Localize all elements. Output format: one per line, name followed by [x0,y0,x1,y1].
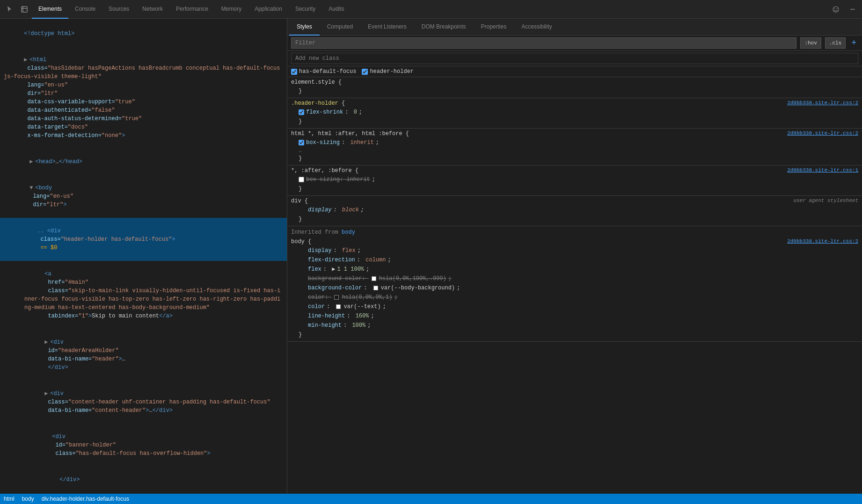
css-prop-display-block: display : block ; [291,205,858,215]
class-check-has-default-focus[interactable]: has-default-focus [291,68,356,75]
add-class-bar [287,51,862,66]
css-prop-flex-direction: flex-direction : column ; [291,255,858,265]
css-rule-div-header: div { user agent stylesheet [291,198,858,204]
svg-point-4 [834,8,835,9]
css-prop-color-strikethrough: color: hsla(0,0%,9%,1) ; [291,293,858,302]
tab-network[interactable]: Network [136,0,169,19]
inspect-icon[interactable] [17,2,32,17]
css-checkbox-flex-shrink[interactable] [299,109,304,115]
top-tab-bar: Elements Console Sources Network Perform… [0,0,862,19]
cursor-icon[interactable] [2,2,17,17]
tab-event-listeners[interactable]: Event Listeners [360,19,414,36]
css-prop-bg-strikethrough: background-color: hsla(0,0%,100%,.999) ; [291,274,858,283]
dom-line-div-header[interactable]: .. <div class="header-holder has-default… [0,218,287,261]
class-check-header-holder[interactable]: header-holder [362,68,414,75]
dom-line-header-area: ▶<div id="headerAreaHolder" data-bi-name… [0,329,287,381]
body-selector: body { [291,238,311,245]
css-prop-display-flex: display : flex ; [291,246,858,255]
more-options-icon[interactable]: ⋯ [845,2,860,17]
dom-line-banner-holder: <div id="banner-holder" class="has-defau… [0,424,287,467]
css-prop-line-height: line-height : 160% ; [291,311,858,321]
html-star-selector: html *, html :after, html :before { [291,130,409,137]
dom-line-banner-close: </div> [0,467,287,493]
color-swatch-1[interactable] [334,295,339,300]
tab-accessibility[interactable]: Accessibility [514,19,559,36]
styles-content: :hov .cls + has-default-focus header-hol… [287,36,862,494]
inherited-body-link[interactable]: body [342,229,355,236]
status-bar: html body div.header-holder.has-default-… [0,494,862,504]
css-checkbox-box-sizing-star[interactable] [299,177,304,182]
styles-panel: Styles Computed Event Listeners DOM Brea… [287,19,862,494]
status-div[interactable]: div.header-holder.has-default-focus [42,496,129,502]
svg-point-3 [833,7,839,12]
status-body[interactable]: body [22,496,34,502]
element-style-close: } [291,86,858,96]
tab-security[interactable]: Security [289,0,322,19]
panel-tabs: Styles Computed Event Listeners DOM Brea… [287,19,862,36]
cls-button[interactable]: .cls [825,37,846,49]
add-class-input[interactable] [291,53,858,64]
bg-color-swatch-1[interactable] [372,276,376,281]
css-rule-header-holder-header: .header-holder { 2d9bb338.site-ltr.css:2 [291,100,858,107]
dom-line-doctype: <!doctype html> [0,21,287,47]
svg-rect-0 [22,7,27,12]
dom-line-a-skip: <a href="#main" class="skip-to-main-link… [0,261,287,329]
css-rule-body: body { 2d9bb338.site-ltr.css:2 display :… [287,237,862,342]
css-prop-box-sizing-strikethrough: box-sizing: inherit ; [291,175,858,184]
css-dots-html-star: … [291,147,858,154]
body-source[interactable]: 2d9bb338.site-ltr.css:2 [787,238,858,244]
color-swatch-2[interactable] [336,304,341,309]
css-rule-star-header: *, :after, :before { 2d9bb338.site-ltr.c… [291,167,858,174]
status-html[interactable]: html [4,496,15,502]
element-style-selector: element.style { [291,79,342,86]
star-source[interactable]: 2d9bb338.site-ltr.css:1 [787,167,858,173]
tab-computed[interactable]: Computed [320,19,360,36]
css-rule-element-style-header: element.style { [291,79,858,86]
inherited-label: Inherited from body [287,226,862,237]
div-selector: div { [291,198,308,204]
css-prop-color-var: color : var(--text) ; [291,302,858,311]
css-prop-bg-var: background-color : var(--body-background… [291,283,858,293]
bg-color-swatch-2[interactable] [373,286,378,290]
header-holder-source[interactable]: 2d9bb338.site-ltr.css:2 [787,100,858,106]
css-checkbox-box-sizing[interactable] [299,140,304,145]
css-rule-header-holder: .header-holder { 2d9bb338.site-ltr.css:2… [287,98,862,129]
class-checkbox-header-holder[interactable] [362,69,368,75]
tab-elements[interactable]: Elements [32,0,68,19]
svg-point-5 [837,8,838,9]
emoji-icon[interactable] [828,2,843,17]
css-rule-body-header: body { 2d9bb338.site-ltr.css:2 [291,238,858,245]
hov-button[interactable]: :hov [800,37,821,49]
filter-input[interactable] [291,37,796,49]
tab-dom-breakpoints[interactable]: DOM Breakpoints [414,19,474,36]
class-checkbox-has-default-focus[interactable] [291,69,297,75]
tab-console[interactable]: Console [68,0,102,19]
css-rule-div: div { user agent stylesheet display : bl… [287,196,862,226]
dom-line-body: ▼<body lang="en-us" dir="ltr"> [0,175,287,218]
tab-audits[interactable]: Audits [322,0,351,19]
tab-memory[interactable]: Memory [215,0,248,19]
add-style-button[interactable]: + [849,38,858,48]
css-rule-element-style: element.style { } [287,77,862,98]
class-label-header-holder: header-holder [370,68,414,75]
dom-panel[interactable]: <!doctype html> ▶<html class="hasSidebar… [0,19,287,494]
tab-sources[interactable]: Sources [102,0,136,19]
class-checkboxes: has-default-focus header-holder [287,66,862,77]
header-holder-selector: .header-holder { [291,100,345,107]
dom-line-head: ▶<head>…</head> [0,149,287,175]
css-prop-min-height: min-height : 100% ; [291,321,858,330]
tab-properties[interactable]: Properties [473,19,514,36]
tab-performance[interactable]: Performance [169,0,215,19]
dom-line-html: ▶<html class="hasSidebar hasPageActions … [0,47,287,149]
tab-application[interactable]: Application [248,0,289,19]
css-prop-flex: flex : ▶ 1 1 100% ; [291,265,858,274]
tab-styles[interactable]: Styles [289,19,320,36]
header-holder-close: } [291,117,858,126]
html-star-close: } [291,154,858,163]
filter-bar: :hov .cls + [287,36,862,51]
html-star-source[interactable]: 2d9bb338.site-ltr.css:2 [787,130,858,136]
css-rule-star: *, :after, :before { 2d9bb338.site-ltr.c… [287,166,862,196]
dom-line-content-header: ▶<div class="content-header uhf-containe… [0,381,287,424]
body-close: } [291,330,858,339]
css-prop-flex-shrink: flex-shrink : 0 ; [291,108,858,117]
